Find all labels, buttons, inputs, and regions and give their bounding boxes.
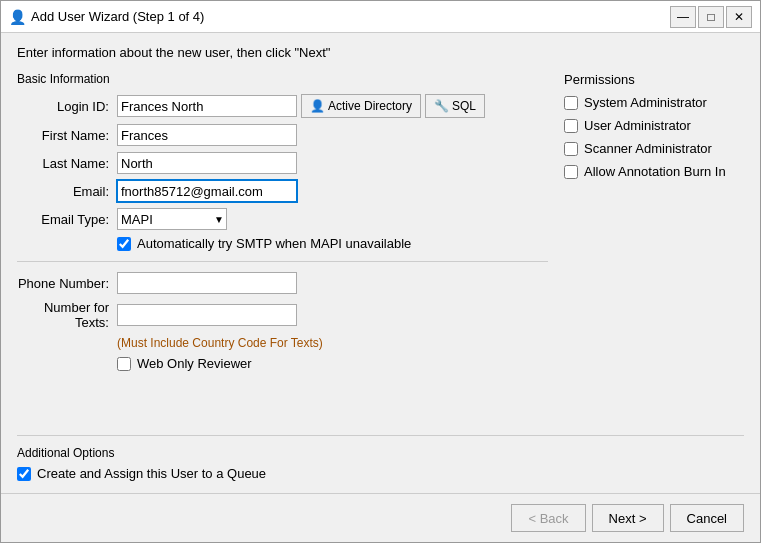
web-only-row: Web Only Reviewer (117, 356, 548, 371)
instruction-text: Enter information about the new user, th… (17, 45, 744, 60)
country-code-note: (Must Include Country Code For Texts) (117, 336, 548, 350)
sql-button[interactable]: 🔧 SQL (425, 94, 485, 118)
window-content: Enter information about the new user, th… (1, 33, 760, 493)
user-admin-label: User Administrator (584, 118, 691, 133)
email-type-label: Email Type: (17, 212, 117, 227)
scanner-admin-item: Scanner Administrator (564, 141, 744, 156)
back-button[interactable]: < Back (511, 504, 585, 532)
phone-label: Phone Number: (17, 276, 117, 291)
system-admin-label: System Administrator (584, 95, 707, 110)
additional-options-section: Additional Options Create and Assign thi… (17, 435, 744, 481)
additional-title: Additional Options (17, 446, 744, 460)
email-type-select[interactable]: MAPI SMTP (117, 208, 227, 230)
email-input[interactable] (117, 180, 297, 202)
web-only-label: Web Only Reviewer (137, 356, 252, 371)
cancel-button[interactable]: Cancel (670, 504, 744, 532)
web-only-checkbox[interactable] (117, 357, 131, 371)
window-controls: — □ ✕ (670, 6, 752, 28)
last-name-label: Last Name: (17, 156, 117, 171)
phone-input[interactable] (117, 272, 297, 294)
annotation-item: Allow Annotation Burn In (564, 164, 744, 179)
main-window: 👤 Add User Wizard (Step 1 of 4) — □ ✕ En… (0, 0, 761, 543)
scanner-admin-checkbox[interactable] (564, 142, 578, 156)
texts-input[interactable] (117, 304, 297, 326)
user-admin-item: User Administrator (564, 118, 744, 133)
login-id-input[interactable] (117, 95, 297, 117)
email-type-select-wrapper: MAPI SMTP ▼ (117, 208, 227, 230)
email-label: Email: (17, 184, 117, 199)
system-admin-checkbox[interactable] (564, 96, 578, 110)
next-button[interactable]: Next > (592, 504, 664, 532)
email-type-group: Email Type: MAPI SMTP ▼ (17, 208, 548, 230)
auto-smtp-row: Automatically try SMTP when MAPI unavail… (117, 236, 548, 251)
login-id-group: Login ID: 👤 Active Directory 🔧 SQL (17, 94, 548, 118)
maximize-button[interactable]: □ (698, 6, 724, 28)
first-name-group: First Name: (17, 124, 548, 146)
close-button[interactable]: ✕ (726, 6, 752, 28)
create-queue-row: Create and Assign this User to a Queue (17, 466, 744, 481)
permissions-section: Permissions System Administrator User Ad… (564, 72, 744, 179)
window-title: Add User Wizard (Step 1 of 4) (31, 9, 670, 24)
basic-info-title: Basic Information (17, 72, 548, 86)
sql-icon: 🔧 (434, 99, 449, 113)
ad-icon: 👤 (310, 99, 325, 113)
texts-label: Number for Texts: (17, 300, 117, 330)
system-admin-item: System Administrator (564, 95, 744, 110)
main-area: Basic Information Login ID: 👤 Active Dir… (17, 72, 744, 427)
annotation-label: Allow Annotation Burn In (584, 164, 726, 179)
first-name-input[interactable] (117, 124, 297, 146)
last-name-input[interactable] (117, 152, 297, 174)
annotation-checkbox[interactable] (564, 165, 578, 179)
permissions-title: Permissions (564, 72, 744, 87)
phone-group: Phone Number: (17, 272, 548, 294)
separator-1 (17, 261, 548, 262)
title-bar: 👤 Add User Wizard (Step 1 of 4) — □ ✕ (1, 1, 760, 33)
window-icon: 👤 (9, 9, 25, 25)
footer: < Back Next > Cancel (1, 493, 760, 542)
right-panel: Permissions System Administrator User Ad… (564, 72, 744, 427)
first-name-label: First Name: (17, 128, 117, 143)
create-queue-checkbox[interactable] (17, 467, 31, 481)
minimize-button[interactable]: — (670, 6, 696, 28)
email-group: Email: (17, 180, 548, 202)
login-id-label: Login ID: (17, 99, 117, 114)
last-name-group: Last Name: (17, 152, 548, 174)
login-row: 👤 Active Directory 🔧 SQL (117, 94, 485, 118)
texts-group: Number for Texts: (17, 300, 548, 330)
user-admin-checkbox[interactable] (564, 119, 578, 133)
auto-smtp-checkbox[interactable] (117, 237, 131, 251)
scanner-admin-label: Scanner Administrator (584, 141, 712, 156)
auto-smtp-label: Automatically try SMTP when MAPI unavail… (137, 236, 411, 251)
active-directory-button[interactable]: 👤 Active Directory (301, 94, 421, 118)
left-panel: Basic Information Login ID: 👤 Active Dir… (17, 72, 548, 427)
create-queue-label: Create and Assign this User to a Queue (37, 466, 266, 481)
